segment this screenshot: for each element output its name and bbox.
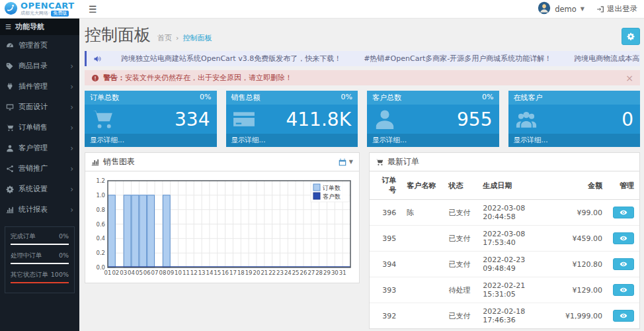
sidebar-item-7[interactable]: 营销推广› (0, 158, 79, 179)
view-order-button[interactable] (613, 284, 634, 296)
sidebar-stat: 其它状态订单 100% (11, 271, 69, 283)
chevron-right-icon: › (70, 83, 73, 90)
order-status: 待处理 (444, 277, 478, 303)
user-menu[interactable]: demo ▼ (538, 1, 584, 17)
nav-header-label: 功能导航 (15, 22, 44, 32)
chevron-right-icon: › (70, 207, 73, 213)
close-icon[interactable]: × (625, 75, 633, 81)
sidebar-stat-value: 0% (59, 232, 69, 241)
sidebar-item-3[interactable]: 插件管理› (0, 76, 79, 97)
svg-text:31: 31 (339, 269, 346, 276)
dashboard-settings-button[interactable] (622, 28, 640, 45)
sidebar-item-label: 统计报表 (19, 205, 48, 214)
hamburger-icon: ☰ (89, 4, 97, 15)
svg-text:23: 23 (276, 269, 284, 276)
tile-details-link[interactable]: 显示详细... (85, 134, 217, 147)
chart-date-range-button[interactable]: ▼ (339, 158, 353, 166)
view-order-button[interactable] (613, 207, 634, 218)
main-content: 控制面板 首页 › 控制面板 跨境独立站电商建站系统OpenCart v3.8免… (79, 19, 644, 331)
breadcrumb-current[interactable]: 控制面板 (182, 33, 212, 43)
order-date: 2022-02-23 09:48:49 (477, 252, 559, 277)
breadcrumb-separator: › (176, 34, 179, 42)
monitor-icon (6, 103, 14, 111)
tile-value: 0 (622, 109, 633, 130)
order-status: 已支付 (444, 303, 478, 329)
top-bar: OPENCART 成都光大网络· 免费版 ☰ demo ▼ (0, 0, 644, 19)
sidebar-stat-label: 完成订单 (11, 232, 36, 241)
announcement-link[interactable]: 跨境独立站电商建站系统OpenCart v3.8免费版发布了，快来下载！ (121, 54, 341, 64)
svg-text:1.0: 1.0 (96, 192, 105, 199)
chevron-right-icon: › (70, 166, 73, 172)
order-id: 394 (370, 252, 401, 277)
tile-value: 955 (457, 109, 492, 130)
sidebar-item-label: 页面设计 (19, 102, 48, 112)
svg-text:0.8: 0.8 (96, 207, 105, 213)
sidebar-item-9[interactable]: 统计报表› (0, 199, 79, 220)
users-icon (515, 108, 538, 130)
tile-details-link[interactable]: 显示详细... (367, 134, 499, 147)
logo[interactable]: OPENCART 成都光大网络· 免费版 (0, 1, 79, 17)
gear-icon (627, 32, 635, 40)
svg-text:06: 06 (143, 269, 151, 276)
sidebar-nav: 管理首页商品目录›插件管理›页面设计›订单销售›客户管理›营销推广›系统设置›统… (0, 35, 79, 220)
order-amount: ¥459.00 (559, 226, 608, 252)
order-row: 393 待处理 2022-02-21 15:31:05 ¥129.00 (370, 277, 639, 303)
opencart-admin-dashboard: OPENCART 成都光大网络· 免费版 ☰ demo ▼ (0, 0, 644, 331)
svg-text:01: 01 (104, 269, 112, 276)
sidebar-item-5[interactable]: 订单销售› (0, 117, 79, 138)
order-id: 392 (370, 303, 401, 329)
chevron-down-icon: ▼ (581, 6, 584, 12)
chevron-right-icon: › (70, 145, 73, 152)
sidebar-toggle-button[interactable]: ☰ (79, 0, 106, 19)
svg-text:07: 07 (151, 269, 159, 276)
order-row: 396 陈 已支付 2022-03-08 20:44:58 ¥99.00 (370, 200, 639, 226)
order-customer (401, 252, 443, 277)
latest-orders-title: 最新订单 (387, 156, 419, 167)
chevron-down-icon: ▼ (349, 159, 353, 165)
order-id: 395 (370, 226, 401, 252)
view-order-button[interactable] (613, 310, 634, 322)
user-icon (6, 144, 14, 152)
announcement-link[interactable]: 跨境电商物流成本高？各类物流模式总有一款适合你！ (574, 54, 640, 64)
svg-text:05: 05 (136, 269, 143, 276)
sales-chart-title: 销售图表 (103, 156, 135, 167)
svg-text:21: 21 (261, 269, 268, 276)
sidebar-item-1[interactable]: 管理首页 (0, 35, 79, 56)
tile-details-link[interactable]: 显示详细... (508, 134, 641, 147)
sidebar-stat: 处理中订单 0% (11, 252, 69, 264)
logout-icon (596, 5, 604, 13)
sidebar-stat-value: 100% (51, 271, 69, 279)
cart-icon (6, 124, 14, 132)
stat-tile-2: 销售总额 0% 411.8K 显示详细... (226, 91, 358, 147)
latest-orders-panel: 最新订单 订单号客户名称状态生成日期金额管理 396 陈 已支付 2022-03… (369, 152, 640, 329)
edition-badge: 免费版 (51, 11, 69, 17)
breadcrumb-home[interactable]: 首页 (157, 33, 172, 43)
order-date: 2022-03-08 17:53:40 (477, 226, 559, 252)
eye-icon (620, 260, 627, 268)
tag-icon (6, 62, 14, 70)
svg-text:27: 27 (307, 269, 315, 276)
user-icon (374, 108, 396, 130)
calendar-icon (339, 158, 346, 166)
sales-bar-chart: 0.00.20.40.60.81.01.20102030405060708091… (85, 171, 359, 283)
svg-text:14: 14 (206, 269, 213, 276)
sidebar-item-2[interactable]: 商品目录› (0, 56, 79, 76)
tile-percent: 0% (341, 93, 352, 103)
sidebar-item-4[interactable]: 页面设计› (0, 97, 79, 117)
svg-text:22: 22 (268, 269, 276, 276)
sidebar-item-8[interactable]: 系统设置› (0, 179, 79, 199)
order-row: 394 已支付 2022-02-23 09:48:49 ¥120.80 (370, 252, 639, 277)
view-order-button[interactable] (613, 232, 634, 244)
view-order-button[interactable] (613, 258, 634, 270)
stat-tile-3: 客户总数 0% 955 显示详细... (367, 91, 499, 147)
tile-details-link[interactable]: 显示详细... (226, 134, 358, 147)
nav-header: ☰ 功能导航 (0, 19, 79, 35)
logout-button[interactable]: 退出登录 (596, 4, 637, 14)
chevron-right-icon: › (70, 186, 73, 193)
svg-text:25: 25 (292, 269, 300, 276)
sidebar-item-6[interactable]: 客户管理› (0, 138, 79, 158)
svg-text:26: 26 (300, 269, 307, 276)
svg-text:08: 08 (159, 269, 166, 276)
sidebar-item-label: 管理首页 (19, 40, 48, 50)
announcement-link[interactable]: #热销#OpenCart多商家-开源多用户商城系统功能详解！ (364, 54, 551, 64)
